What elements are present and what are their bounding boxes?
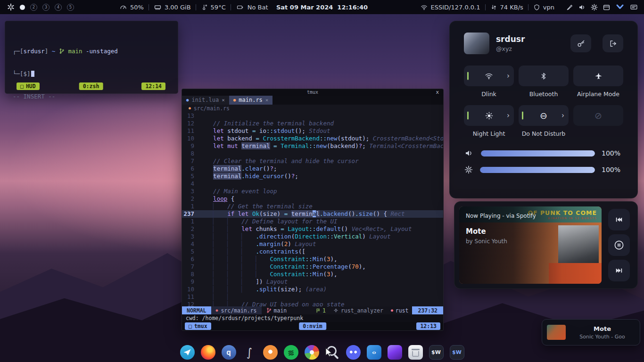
code-line[interactable]: 8: [182, 150, 443, 157]
workspace-active[interactable]: [20, 5, 25, 10]
volume-slider[interactable]: [481, 150, 595, 156]
code-line[interactable]: 9 ▏ ▏ ▏ ]) Layout: [182, 278, 443, 286]
workspace-5[interactable]: 5: [67, 4, 74, 11]
code-segment: [245, 255, 256, 263]
color-picker-icon[interactable]: [566, 3, 574, 11]
tray-box-icon[interactable]: [603, 3, 611, 11]
night-light-tile[interactable]: ›: [464, 105, 514, 126]
code-line[interactable]: 3 ▏ ▏ ▏ .direction(Direction::Vertical) …: [182, 233, 443, 240]
brightness-slider[interactable]: [480, 167, 595, 173]
telegram-icon[interactable]: [180, 345, 195, 360]
code-segment: () {: [373, 210, 391, 217]
code-line[interactable]: 10 let backend = CrosstermBackend::new(s…: [182, 135, 443, 142]
code-line[interactable]: 5 terminal.hide_cursor()?;: [182, 173, 443, 180]
chevron-right-icon[interactable]: ›: [507, 73, 510, 80]
wallet-blue-icon[interactable]: $W: [450, 345, 464, 360]
tmux-badge[interactable]: □tmux: [185, 322, 211, 330]
code-line[interactable]: 2 ▏ ▏ let chunks = Layout::default() Vec…: [182, 225, 443, 233]
network-widget[interactable]: ESSID/127.0.0.1: [420, 4, 480, 11]
wallet-dark-icon[interactable]: $W: [429, 345, 444, 360]
clock[interactable]: Sat 09 Mar 2024 12:16:40: [276, 4, 368, 11]
code-line[interactable]: 12 ▏ ▏ // Draw UI based on app state: [182, 301, 443, 307]
code-segment: [199, 248, 213, 255]
squiggle-icon[interactable]: ∫: [242, 345, 257, 360]
gear-icon[interactable]: [590, 3, 598, 11]
code-line[interactable]: 1 ▏ // Get the terminal size: [182, 203, 443, 210]
launcher-icon[interactable]: [7, 3, 15, 11]
code-line[interactable]: 2 loop {: [182, 195, 443, 203]
workspace-2[interactable]: 2: [30, 4, 37, 11]
previous-track-button[interactable]: [608, 209, 630, 230]
cargo-icon[interactable]: [263, 345, 278, 360]
code-line[interactable]: 3 // Main event loop: [182, 188, 443, 195]
updates-chevron-icon[interactable]: [615, 3, 625, 11]
battery-widget[interactable]: No Bat: [236, 4, 268, 11]
code-line[interactable]: 4: [182, 180, 443, 188]
tab-init-lua[interactable]: ● init.lua ×: [182, 96, 229, 105]
temperature-widget[interactable]: 59°C: [201, 3, 226, 11]
do-not-disturb-tile[interactable]: ⊖ ›: [519, 105, 569, 126]
firefox-icon[interactable]: [201, 345, 215, 360]
cpu-widget[interactable]: 50%: [119, 3, 144, 11]
logout-button[interactable]: [603, 34, 623, 52]
pause-button[interactable]: [608, 234, 630, 256]
top-status-bar: 2 3 4 5 50% 3.00 GiB 59°C No Bat Sat 09 …: [0, 0, 644, 14]
battery-icon: [236, 4, 245, 11]
tmux-editor-window[interactable]: tmux x ● init.lua × ● main.rs × ● src/ma…: [182, 89, 444, 331]
workspace-4[interactable]: 4: [55, 4, 62, 11]
code-line[interactable]: 237 ▏ if let Ok(size) = terminal.backend…: [182, 210, 443, 218]
code-line[interactable]: 12 // Initialize the terminal backend: [182, 120, 443, 127]
code-line[interactable]: 1 ▏ ▏ // Define layout for the UI: [182, 218, 443, 225]
code-line[interactable]: 4 ▏ ▏ ▏ .margin(2) Layout: [182, 240, 443, 248]
code-segment: =: [256, 135, 259, 142]
monitor-icon[interactable]: [629, 3, 638, 11]
terminal-window[interactable]: ┌─[srdusr] ~ main -unstaged └─[$] -- INS…: [5, 21, 178, 94]
tmux-session-badge[interactable]: 0:nvim: [299, 322, 326, 330]
media-notification[interactable]: Mote Sonic Youth - Goo: [542, 319, 640, 346]
trash-icon[interactable]: [408, 345, 423, 360]
chevron-right-icon[interactable]: ›: [561, 112, 564, 119]
code-segment: let mut: [213, 142, 241, 149]
tab-close-icon[interactable]: ×: [222, 97, 225, 103]
code-line[interactable]: 11 let stdout = io::stdout(); Stdout: [182, 127, 443, 135]
disabled-tile[interactable]: ⊘: [573, 105, 623, 126]
code-line[interactable]: 6 terminal.clear()?;: [182, 165, 443, 173]
airplane-mode-tile[interactable]: [573, 66, 623, 86]
next-track-button[interactable]: [608, 260, 630, 281]
statusline-file: ● src/main.rs: [211, 306, 262, 314]
hud-badge[interactable]: □HUD: [17, 82, 40, 90]
code-line[interactable]: 9 let mut terminal = Terminal::new(backe…: [182, 142, 443, 150]
chevron-right-icon[interactable]: ›: [507, 112, 510, 119]
code-line[interactable]: 6 ▏ ▏ ▏ ▏ Constraint::Min(3),: [182, 255, 443, 263]
wifi-tile[interactable]: ›: [464, 66, 514, 86]
code-line[interactable]: 5 ▏ ▏ ▏ .constraints([: [182, 248, 443, 255]
tab-close-icon[interactable]: ×: [265, 97, 269, 103]
spotify-icon[interactable]: ≋: [284, 345, 298, 360]
zsh-session-badge[interactable]: 0:zsh: [79, 82, 103, 90]
qutebrowser-icon[interactable]: q: [222, 345, 236, 360]
code-line[interactable]: 8 ▏ ▏ ▏ ▏ Constraint::Min(3),: [182, 271, 443, 278]
vpn-widget[interactable]: vpn: [533, 4, 554, 11]
obsidian-icon[interactable]: [388, 345, 402, 360]
code-line[interactable]: 7 ▏ ▏ ▏ ▏ Constraint::Percentage(70),: [182, 263, 443, 271]
code-icon[interactable]: ‹›: [367, 345, 381, 360]
code-line[interactable]: 13: [182, 112, 443, 120]
code-segment: ;: [273, 165, 277, 172]
code-buffer[interactable]: 1312 // Initialize the terminal backend1…: [182, 112, 443, 307]
code-line[interactable]: 10 ▏ ▏ ▏ .split(size); (area): [182, 286, 443, 293]
code-line[interactable]: 11 ▏ ▏: [182, 293, 443, 301]
workspace-3[interactable]: 3: [42, 4, 50, 11]
discord-icon[interactable]: [346, 345, 361, 360]
speaker-icon[interactable]: [578, 3, 586, 11]
photos-icon[interactable]: [305, 345, 319, 360]
code-line[interactable]: 7 // Clear the terminal and hide the cur…: [182, 157, 443, 165]
bluetooth-tile[interactable]: [519, 66, 569, 86]
memory-widget[interactable]: 3.00 GiB: [154, 3, 191, 11]
password-keys-button[interactable]: [570, 34, 591, 52]
tab-main-rs[interactable]: ● main.rs ×: [229, 96, 273, 105]
code-segment: [245, 248, 256, 255]
netspeed-widget[interactable]: 74 KB/s: [490, 4, 523, 11]
line-number: 5: [182, 173, 199, 180]
window-close-button[interactable]: x: [436, 89, 439, 96]
line-number: 9: [182, 278, 199, 286]
